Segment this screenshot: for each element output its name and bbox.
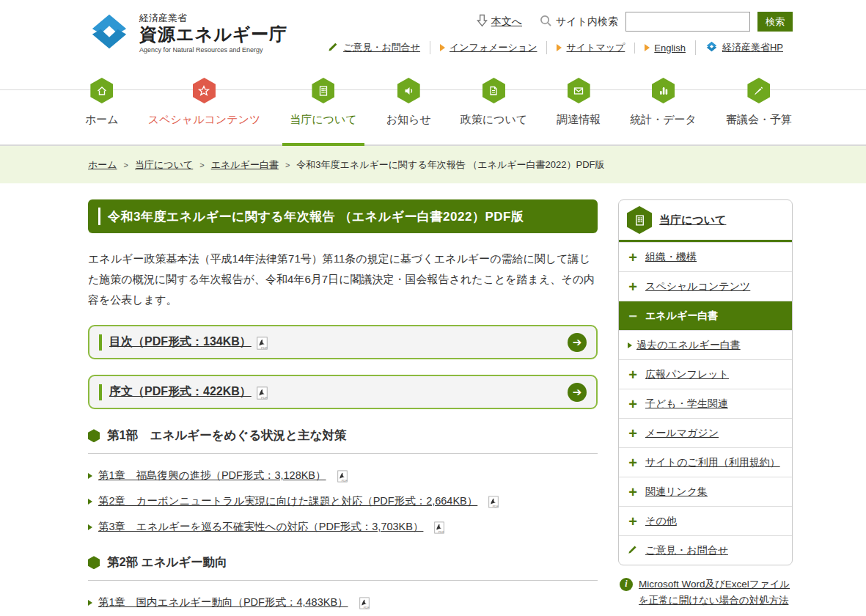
sidebar-item-organization[interactable]: + 組織・機構 <box>619 242 792 271</box>
sidebar-item-site-terms[interactable]: + サイトのご利用（利用規約） <box>619 447 792 477</box>
breadcrumb-separator: > <box>199 161 204 169</box>
word-excel-help-link[interactable]: i Microsoft Word及びExcelファイルを正常に開けない場合の対処… <box>618 576 793 609</box>
global-nav: ホーム スペシャルコンテンツ 当庁について <box>0 73 866 146</box>
skip-to-content-link[interactable]: 本文へ <box>477 14 522 29</box>
sidebar-item-label: メールマガジン <box>645 427 719 440</box>
part1-chapter1-pdf-link[interactable]: 第1章 福島復興の進捗（PDF形式：3,128KB） PDF <box>88 466 598 485</box>
arrow-right-icon <box>88 499 92 505</box>
pdf-icon: PDF <box>434 521 444 537</box>
nav-councils-budget[interactable]: 審議会・予算 <box>722 78 796 144</box>
logo-ministry: 経済産業省 <box>139 13 287 24</box>
sidebar-item-label: ご意見・お問合せ <box>645 544 728 557</box>
header-top-row: 本文へ サイト内検索 検索 <box>477 12 793 32</box>
svg-text:PDF: PDF <box>341 479 347 483</box>
arrow-right-icon <box>557 44 562 51</box>
search-label-text: サイト内検索 <box>556 15 618 29</box>
page: 経済産業省 資源エネルギー庁 Agency for Natural Resour… <box>0 0 866 616</box>
nav-procurement[interactable]: 調達情報 <box>552 78 605 144</box>
pdf-icon: PDF <box>257 337 268 353</box>
nav-special-contents[interactable]: スペシャルコンテンツ <box>144 78 265 144</box>
sidebar-item-mail-magazine[interactable]: + メールマガジン <box>619 418 792 447</box>
page-title-banner: 令和3年度エネルギーに関する年次報告 （エネルギー白書2022）PDF版 <box>88 199 598 233</box>
megaphone-icon <box>397 78 420 103</box>
building-icon <box>627 206 652 234</box>
plus-icon: + <box>628 367 638 382</box>
arrow-right-icon <box>88 473 92 479</box>
nav-about-agency[interactable]: 当庁について <box>285 78 361 144</box>
nav-policy[interactable]: 政策について <box>456 78 532 144</box>
section-2-title: 第2部 エネルギー動向 <box>107 554 227 571</box>
sidebar-item-label: 組織・機構 <box>645 251 697 264</box>
plus-icon: + <box>628 514 638 529</box>
pdf-icon: PDF <box>337 470 348 485</box>
part1-chapter3-pdf-link[interactable]: 第3章 エネルギーを巡る不確実性への対応（PDF形式：3,703KB） PDF <box>88 518 598 536</box>
sitemap-link[interactable]: サイトマップ <box>546 41 634 54</box>
plus-icon: + <box>628 250 638 265</box>
sidebar-item-label: サイトのご利用（利用規約） <box>645 456 780 469</box>
arrow-right-icon <box>645 44 650 51</box>
svg-text:PDF: PDF <box>261 395 268 399</box>
word-excel-help-label: Microsoft Word及びExcelファイルを正常に開けない場合の対処方法 <box>639 576 793 609</box>
pencil-icon <box>747 78 770 103</box>
breadcrumb-whitepaper[interactable]: エネルギー白書 <box>211 158 279 172</box>
part2-chapter1-pdf-link[interactable]: 第1章 国内エネルギー動向（PDF形式：4,483KB） PDF <box>88 593 598 612</box>
pdf-icon: PDF <box>488 496 499 511</box>
nav-statistics-label: 統計・データ <box>630 113 697 127</box>
pdf-icon: PDF <box>257 386 268 403</box>
pencil-icon <box>628 544 638 557</box>
sidebar-item-special-contents[interactable]: + スペシャルコンテンツ <box>619 271 792 301</box>
nav-special-contents-label: スペシャルコンテンツ <box>148 113 261 127</box>
meti-hp-link[interactable]: 経済産業省HP <box>695 40 793 55</box>
information-link[interactable]: インフォメーション <box>430 41 546 54</box>
sidebar-item-contact[interactable]: ご意見・お問合せ <box>619 535 792 565</box>
toc-pdf-link[interactable]: 目次（PDF形式：134KB） PDF ➔ <box>88 325 598 359</box>
nav-news-label: お知らせ <box>386 113 431 127</box>
nav-about-agency-label: 当庁について <box>290 113 356 127</box>
arrow-right-icon <box>440 44 445 51</box>
site-search-input[interactable] <box>625 12 750 32</box>
feature-accent-bar <box>99 384 102 400</box>
sidebar-item-label: 過去のエネルギー白書 <box>636 339 741 352</box>
breadcrumb-about-agency[interactable]: 当庁について <box>135 158 193 172</box>
arrow-circle-icon: ➔ <box>568 383 587 402</box>
agency-logo[interactable]: 経済産業省 資源エネルギー庁 Agency for Natural Resour… <box>88 10 287 73</box>
breadcrumb-separator: > <box>124 161 128 169</box>
toc-pdf-label: 目次（PDF形式：134KB） <box>109 334 252 350</box>
header-right: 本文へ サイト内検索 検索 <box>318 10 793 73</box>
sidebar-item-related-links[interactable]: + 関連リンク集 <box>619 477 792 506</box>
meti-mark-icon <box>88 10 131 56</box>
meti-hp-link-label: 経済産業省HP <box>722 41 783 54</box>
sidebar-item-energy-whitepaper[interactable]: − エネルギー白書 <box>619 301 792 330</box>
sidebar-item-label: エネルギー白書 <box>645 309 718 323</box>
skip-link-label: 本文へ <box>491 15 522 29</box>
logo-agency-en: Agency for Natural Resources and Energy <box>139 46 287 54</box>
minus-icon: − <box>628 309 638 323</box>
building-icon <box>312 78 334 103</box>
title-accent-bar <box>98 208 100 225</box>
breadcrumb-home[interactable]: ホーム <box>88 158 117 172</box>
arrow-right-icon <box>88 600 92 606</box>
sidebar-item-pr-pamphlets[interactable]: + 広報パンフレット <box>619 359 792 389</box>
divider <box>88 453 598 454</box>
sidebar-item-past-whitepapers[interactable]: 過去のエネルギー白書 <box>619 330 792 359</box>
nav-news[interactable]: お知らせ <box>382 78 436 144</box>
nav-councils-budget-label: 審議会・予算 <box>726 113 792 127</box>
search-button[interactable]: 検索 <box>757 12 793 32</box>
nav-home[interactable]: ホーム <box>81 78 123 144</box>
preface-pdf-link[interactable]: 序文（PDF形式：422KB） PDF ➔ <box>88 375 598 409</box>
plus-icon: + <box>628 426 638 441</box>
sidebar-item-others[interactable]: + その他 <box>619 506 792 535</box>
part1-chapter2-pdf-link[interactable]: 第2章 カーボンニュートラル実現に向けた課題と対応（PDF形式：2,664KB）… <box>88 492 598 510</box>
svg-text:PDF: PDF <box>438 530 444 534</box>
nav-statistics[interactable]: 統計・データ <box>625 78 701 144</box>
sidebar-header-about-agency[interactable]: 当庁について <box>619 200 792 242</box>
hexagon-bullet-icon <box>88 429 100 442</box>
english-link[interactable]: English <box>634 43 695 54</box>
sidebar-item-label: その他 <box>645 515 677 528</box>
sidebar-item-kids-students[interactable]: + 子ども・学生関連 <box>619 389 792 418</box>
bar-chart-icon <box>652 78 675 103</box>
home-icon <box>90 78 113 103</box>
plus-icon: + <box>628 455 638 470</box>
plus-icon: + <box>628 485 638 499</box>
contact-link[interactable]: ご意見・お問合せ <box>318 41 430 54</box>
